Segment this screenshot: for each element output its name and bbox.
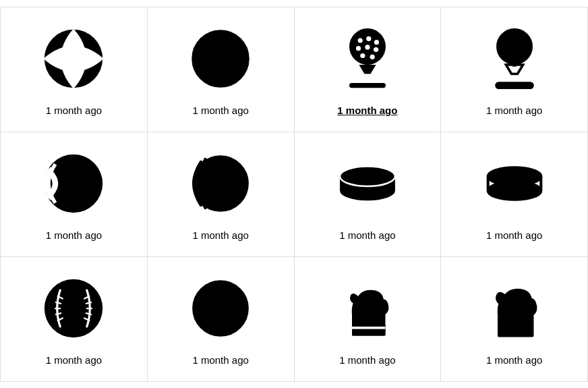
icon-baseball-outline (190, 275, 251, 342)
svg-point-4 (366, 36, 371, 41)
svg-rect-12 (349, 83, 386, 88)
svg-rect-23 (496, 83, 533, 88)
cell-golf-filled[interactable]: 1 month ago (295, 7, 442, 132)
svg-point-20 (507, 53, 511, 57)
svg-point-18 (512, 45, 516, 49)
svg-point-8 (374, 47, 378, 52)
svg-point-21 (517, 55, 521, 59)
label-golf-outline: 1 month ago (486, 105, 542, 116)
svg-point-35 (194, 281, 247, 335)
cell-baseball-filled[interactable]: 1 month ago (1, 257, 148, 382)
icon-golf-outline (484, 25, 545, 92)
svg-rect-36 (352, 324, 386, 336)
svg-point-19 (521, 47, 525, 51)
icon-basketball-outline (190, 25, 251, 92)
label-baseball-outline: 1 month ago (192, 354, 248, 366)
label-golf-filled: 1 month ago (337, 105, 397, 116)
svg-rect-37 (352, 327, 386, 329)
label-boxing-outline: 1 month ago (486, 354, 542, 366)
cell-basketball-outline[interactable]: 1 month ago (148, 7, 295, 132)
svg-rect-11 (365, 64, 370, 67)
cell-tennis-outline[interactable]: 1 month ago (148, 132, 295, 257)
svg-point-16 (521, 40, 525, 45)
cell-baseball-outline[interactable]: 1 month ago (148, 257, 295, 382)
cell-puck-filled[interactable]: 1 month ago (295, 132, 442, 257)
svg-point-10 (370, 55, 374, 59)
svg-point-6 (356, 46, 361, 51)
icon-tennis-outline (190, 150, 251, 217)
icon-boxing-outline (486, 275, 543, 342)
cell-tennis-filled[interactable]: 1 month ago (1, 132, 148, 257)
icon-boxing-filled (339, 275, 396, 342)
svg-point-7 (365, 45, 370, 49)
svg-point-33 (488, 182, 541, 200)
label-boxing-filled: 1 month ago (339, 354, 395, 366)
svg-point-9 (360, 53, 365, 58)
cell-boxing-filled[interactable]: 1 month ago (295, 257, 442, 382)
label-tennis-filled: 1 month ago (46, 229, 102, 241)
label-puck-filled: 1 month ago (339, 229, 395, 241)
svg-point-3 (357, 38, 362, 43)
svg-point-14 (505, 38, 509, 43)
svg-point-15 (513, 36, 517, 40)
icon-puck-filled (337, 150, 398, 217)
icon-tennis-filled (43, 150, 104, 217)
cell-boxing-outline[interactable]: 1 month ago (441, 257, 588, 382)
icon-puck-outline (484, 150, 545, 217)
icon-grid: 1 month ago 1 month ago (0, 7, 588, 382)
icon-basketball-filled (43, 25, 104, 92)
icon-golf-filled (337, 25, 398, 92)
svg-rect-22 (512, 63, 516, 67)
label-basketball-filled: 1 month ago (46, 105, 102, 116)
svg-point-5 (374, 40, 379, 45)
label-tennis-outline: 1 month ago (192, 229, 248, 241)
cell-puck-outline[interactable]: 1 month ago (441, 132, 588, 257)
cell-golf-outline[interactable]: 1 month ago (441, 7, 588, 132)
label-basketball-outline: 1 month ago (192, 105, 248, 116)
svg-point-34 (45, 279, 102, 337)
icon-baseball-filled (43, 275, 104, 342)
label-baseball-filled: 1 month ago (46, 354, 102, 366)
label-puck-outline: 1 month ago (486, 229, 542, 241)
cell-basketball-filled[interactable]: 1 month ago (1, 7, 148, 132)
svg-point-17 (503, 47, 507, 51)
